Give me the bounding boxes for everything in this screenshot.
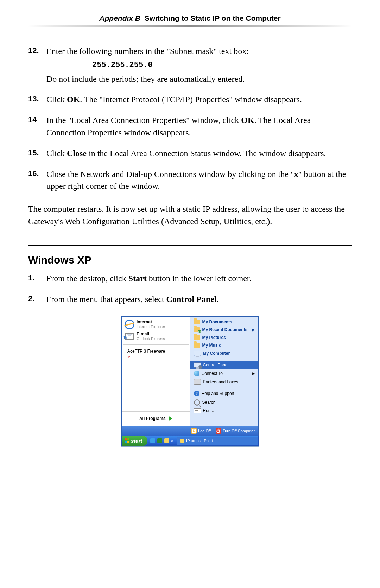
windows-logo-icon xyxy=(125,438,129,443)
globe-icon xyxy=(194,371,200,376)
mail-icon: ↻ xyxy=(125,332,134,341)
taskbar-item-paint[interactable]: IP props - Paint xyxy=(177,437,258,445)
t: Close the Network and Dial-up Connection… xyxy=(46,169,294,179)
label: My Documents xyxy=(202,320,232,324)
start-label: Start xyxy=(128,274,147,283)
label: Control Panel xyxy=(203,363,229,367)
ie-icon[interactable] xyxy=(150,438,155,443)
folder-icon: ◷ xyxy=(194,327,200,332)
start-label: start xyxy=(131,438,142,444)
step-body: Click OK. The "Internet Protocol (TCP/IP… xyxy=(46,93,352,106)
header-divider xyxy=(28,25,352,27)
paint-icon xyxy=(180,439,184,443)
my-documents[interactable]: My Documents xyxy=(190,318,259,326)
control-panel-item[interactable]: Control Panel xyxy=(190,361,259,369)
logoff-bar: ⚿Log Off ⏻Turn Off Computer xyxy=(121,426,259,436)
taskbar: start » IP props - Paint xyxy=(121,436,259,446)
x-label: x xyxy=(294,169,298,179)
t: In the "Local Area Connection Properties… xyxy=(46,116,241,125)
control-panel-label: Control Panel xyxy=(166,295,217,304)
steps-list-b: 1. From the desktop, click Start button … xyxy=(28,272,352,305)
t: . The "Internet Protocol ( xyxy=(80,95,165,104)
header-title-text: Switching to Static IP on the Computer xyxy=(145,14,281,22)
search-icon xyxy=(194,399,200,406)
label: Turn Off Computer xyxy=(223,429,255,433)
page-header: Appendix B Switching to Static IP on the… xyxy=(28,14,352,23)
step-body: From the desktop, click Start button in … xyxy=(46,272,352,285)
label: My Music xyxy=(202,343,221,348)
search-item[interactable]: Search xyxy=(190,398,259,407)
submenu-arrow-icon: ▶ xyxy=(252,372,255,375)
step-body: Enter the following numbers in the "Subn… xyxy=(46,45,352,85)
t: Click xyxy=(46,95,67,104)
all-programs-label: All Programs xyxy=(139,416,166,421)
folder-icon xyxy=(194,343,200,348)
help-support[interactable]: ?Help and Support xyxy=(190,389,259,398)
pinned-internet[interactable]: Internet Internet Explorer xyxy=(122,318,190,330)
my-computer[interactable]: My Computer xyxy=(190,349,259,358)
step-body: In the "Local Area Connection Properties… xyxy=(46,114,352,139)
close-label: Close xyxy=(67,149,87,158)
recent-aceftp[interactable]: FTP AceFTP 3 Freeware xyxy=(122,347,190,356)
step-number: 1. xyxy=(28,272,42,285)
monitor-icon xyxy=(194,351,201,356)
my-pictures[interactable]: My Pictures xyxy=(190,334,259,341)
ftp-icon: FTP xyxy=(125,349,125,354)
start-button[interactable]: start xyxy=(122,436,147,446)
all-programs[interactable]: All Programs xyxy=(122,411,190,425)
label: Connect To xyxy=(202,371,223,376)
arrow-right-icon xyxy=(169,416,172,421)
chevron-icon[interactable]: » xyxy=(171,439,173,443)
t: ) Properties" window disappears. xyxy=(190,95,302,104)
section-divider xyxy=(28,245,352,246)
printer-icon xyxy=(194,379,201,385)
t: The computer restarts. It is now set up … xyxy=(28,204,203,213)
step-number: 12. xyxy=(28,45,42,85)
restart-paragraph: The computer restarts. It is now set up … xyxy=(28,203,352,228)
label: My Recent Documents xyxy=(202,327,248,332)
my-music[interactable]: My Music xyxy=(190,341,259,349)
submenu-arrow-icon: ▶ xyxy=(252,328,255,332)
logoff-button[interactable]: ⚿Log Off xyxy=(191,428,211,434)
t: IP xyxy=(203,204,210,213)
help-icon: ? xyxy=(194,391,200,396)
ok-label: OK xyxy=(241,116,254,125)
key-icon: ⚿ xyxy=(191,428,197,434)
t: Click xyxy=(46,149,67,158)
step-number: 15. xyxy=(28,147,42,160)
step-text: Enter the following numbers in the "Subn… xyxy=(46,47,249,56)
t: From the menu that appears, select xyxy=(46,295,166,304)
media-icon[interactable] xyxy=(164,438,169,443)
step-number: 14 xyxy=(28,114,42,139)
folder-icon xyxy=(194,320,200,324)
ok-label: OK xyxy=(67,95,80,104)
document-page: Appendix B Switching to Static IP on the… xyxy=(0,0,380,588)
connect-to[interactable]: Connect To▶ xyxy=(190,369,259,378)
printers-faxes[interactable]: Printers and Faxes xyxy=(190,378,259,386)
run-item[interactable]: Run... xyxy=(190,407,259,415)
step-number: 13. xyxy=(28,93,42,106)
my-recent-documents[interactable]: ◷My Recent Documents▶ xyxy=(190,326,259,334)
pinned-email[interactable]: ↻ E-mail Outlook Express xyxy=(122,330,190,342)
pinned-sub: Outlook Express xyxy=(137,336,165,341)
label: Printers and Faxes xyxy=(203,379,239,384)
desktop-icon[interactable] xyxy=(157,438,162,443)
step-text: Do not include the periods; they are aut… xyxy=(46,74,245,83)
pinned-sub: Internet Explorer xyxy=(137,324,165,329)
section-heading: Windows XP xyxy=(28,254,352,266)
step-body: Click Close in the Local Area Connection… xyxy=(46,147,352,160)
t: From the desktop, click xyxy=(46,274,128,283)
run-icon xyxy=(194,408,201,413)
pinned-title: E-mail xyxy=(137,332,165,336)
folder-icon xyxy=(194,335,200,340)
step-body: Close the Network and Dial-up Connection… xyxy=(46,168,352,193)
label: Run... xyxy=(203,408,214,413)
ie-icon xyxy=(125,320,134,329)
task-label: IP props - Paint xyxy=(186,439,213,443)
recent-title: AceFTP 3 Freeware xyxy=(127,349,165,354)
monitor-icon xyxy=(194,362,201,368)
label: My Computer xyxy=(203,351,230,356)
label: Help and Support xyxy=(202,391,234,396)
appendix-label: Appendix B xyxy=(99,14,140,22)
shutdown-button[interactable]: ⏻Turn Off Computer xyxy=(216,428,255,434)
